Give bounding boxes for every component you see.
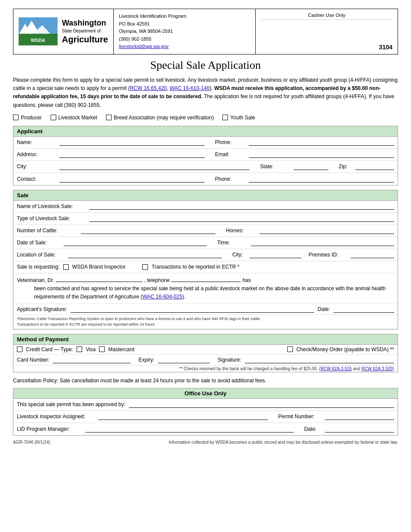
page-header: WSDA Washington State Department of Agri… bbox=[13, 9, 398, 54]
date-group: Date: bbox=[318, 306, 394, 313]
office-date-field[interactable] bbox=[325, 426, 394, 433]
location-city-field[interactable] bbox=[250, 251, 302, 258]
premises-field[interactable] bbox=[351, 251, 394, 258]
applicant-section: Applicant Name: Phone: Address: Email: C… bbox=[13, 126, 398, 186]
office-section: Office Use Only This special sale permit… bbox=[13, 388, 398, 436]
approved-row: This special sale permit has been approv… bbox=[13, 399, 398, 411]
date-label: Date of Sale: bbox=[17, 240, 60, 246]
payment-sig-label: Signature: bbox=[218, 357, 241, 363]
name-label: Name: bbox=[17, 139, 56, 145]
breed-association-checkbox-item[interactable]: Breed Association (may require verificat… bbox=[106, 115, 214, 121]
sale-name-field[interactable] bbox=[90, 203, 394, 210]
requesting-row: Sale is requesting: WSDA Brand Inspector… bbox=[13, 261, 398, 273]
email-field[interactable] bbox=[249, 151, 394, 158]
wsda-brand-checkbox[interactable] bbox=[63, 264, 69, 270]
vet-comma: , telephone bbox=[144, 276, 170, 285]
cancellation-policy: Cancellation Policy: Sale cancellation m… bbox=[13, 377, 398, 385]
wac-link[interactable]: WAC 16-610-140 bbox=[170, 85, 209, 91]
requesting-label: Sale is requesting: bbox=[17, 264, 60, 270]
name-field[interactable] bbox=[59, 139, 205, 146]
cashier-section: Cashier Use Only 3104 bbox=[256, 9, 398, 54]
date-label-sig: Date: bbox=[318, 306, 330, 312]
youth-sale-checkbox-item[interactable]: Youth Sale bbox=[222, 115, 255, 121]
horses-label: Horses: bbox=[226, 228, 256, 234]
card-number-field[interactable] bbox=[53, 356, 131, 363]
credit-card-checkbox[interactable] bbox=[17, 346, 22, 352]
city-field[interactable] bbox=[59, 163, 250, 170]
applicant-header: Applicant bbox=[13, 126, 398, 137]
email-label: Email: bbox=[215, 151, 245, 157]
payment-sig-field[interactable] bbox=[245, 356, 394, 363]
card-details-row: Card Number: Expiry: Signature: bbox=[13, 355, 398, 365]
producer-checkbox-item[interactable]: Producer bbox=[13, 115, 42, 121]
check-label: Check/Money Order (payable to WSDA) ** bbox=[296, 346, 394, 353]
permit-label: Permit Number: bbox=[278, 413, 321, 420]
breed-association-label: Breed Association (may require verificat… bbox=[114, 115, 214, 121]
contact-phone-row: Contact: Phone: bbox=[13, 173, 398, 185]
premises-label: Premises ID: bbox=[308, 252, 347, 258]
logo-section: WSDA Washington State Department of Agri… bbox=[13, 9, 114, 54]
vet-has: has bbox=[242, 276, 250, 285]
state-field[interactable] bbox=[294, 163, 328, 170]
lid-field[interactable] bbox=[85, 426, 294, 433]
form-number: AGR-7046 (R/1/24) bbox=[13, 440, 50, 445]
mastercard-label: Mastercard bbox=[108, 346, 134, 353]
payment-header: Method of Payment bbox=[13, 334, 398, 345]
cashier-number: 3104 bbox=[379, 44, 392, 51]
page-title: Special Sale Application bbox=[13, 59, 398, 72]
contact-field[interactable] bbox=[59, 176, 205, 183]
sale-body: Name of Livestock Sale: Type of Livestoc… bbox=[13, 201, 398, 329]
vet-phone-field[interactable] bbox=[171, 275, 241, 282]
expiry-label: Expiry: bbox=[138, 357, 154, 363]
vet-name-field[interactable] bbox=[56, 275, 142, 282]
check-checkbox[interactable] bbox=[287, 346, 293, 352]
visa-checkbox[interactable] bbox=[77, 346, 82, 352]
org-name: Washington State Department of Agricultu… bbox=[62, 18, 108, 45]
applicant-phone-field[interactable] bbox=[249, 139, 394, 146]
office-body: This special sale permit has been approv… bbox=[13, 399, 398, 435]
rcw-3515-link[interactable]: RCW 62A.3.515 bbox=[321, 366, 352, 371]
state-label: State: bbox=[260, 163, 290, 170]
address-field[interactable] bbox=[59, 151, 205, 158]
wac-vet-link[interactable]: WAC 16-604-025 bbox=[142, 294, 182, 300]
zip-label: Zip: bbox=[339, 163, 352, 170]
email-link[interactable]: livestockid@agr.wa.gov bbox=[119, 44, 169, 49]
cattle-horses-row: Number of Cattle: Horses: bbox=[13, 225, 398, 237]
expiry-field[interactable] bbox=[158, 356, 210, 363]
wsda-logo: WSDA bbox=[19, 17, 58, 45]
horses-field[interactable] bbox=[260, 227, 394, 234]
livestock-market-checkbox-item[interactable]: Livestock Market bbox=[51, 115, 97, 121]
location-row: Location of Sale: City: Premises ID: bbox=[13, 249, 398, 261]
location-field[interactable] bbox=[68, 251, 222, 258]
sale-type-field[interactable] bbox=[90, 215, 394, 222]
credit-card-label: Credit Card — Type: bbox=[26, 346, 73, 353]
breed-association-checkbox[interactable] bbox=[106, 115, 112, 120]
inspector-field[interactable] bbox=[98, 413, 268, 420]
cattle-field[interactable] bbox=[81, 227, 215, 234]
location-city-label: City: bbox=[232, 252, 246, 258]
producer-checkbox[interactable] bbox=[13, 115, 19, 120]
date-time-row: Date of Sale: Time: bbox=[13, 237, 398, 249]
city-state-zip-row: City: State: Zip: bbox=[13, 161, 398, 173]
address-section: Livestock Identification Program PO Box … bbox=[114, 9, 256, 54]
rcw-link[interactable]: RCW 16.65.420 bbox=[130, 85, 167, 91]
date-field-sig[interactable] bbox=[334, 306, 394, 313]
ectr-checkbox[interactable] bbox=[142, 264, 148, 270]
ectr-note: *Electronic Cattle Transaction Reporting… bbox=[13, 315, 398, 329]
rcw-3520-link[interactable]: RCW 62A.3.520 bbox=[361, 366, 392, 371]
youth-sale-checkbox[interactable] bbox=[222, 115, 228, 120]
contact-phone-field[interactable] bbox=[249, 176, 394, 183]
sig-field[interactable] bbox=[71, 306, 315, 313]
time-label: Time: bbox=[217, 240, 247, 246]
lid-label: LID Program Manager: bbox=[17, 426, 82, 432]
sale-header: Sale bbox=[13, 190, 398, 201]
date-field[interactable] bbox=[64, 239, 207, 246]
time-field[interactable] bbox=[251, 239, 394, 246]
approved-field[interactable] bbox=[129, 401, 394, 408]
office-date-label: Date: bbox=[304, 426, 321, 432]
livestock-market-checkbox[interactable] bbox=[51, 115, 56, 120]
mastercard-checkbox[interactable] bbox=[99, 346, 105, 352]
permit-field[interactable] bbox=[325, 413, 394, 420]
zip-field[interactable] bbox=[355, 163, 394, 170]
inspector-permit-row: Livestock Inspector Assigned: Permit Num… bbox=[13, 411, 398, 423]
